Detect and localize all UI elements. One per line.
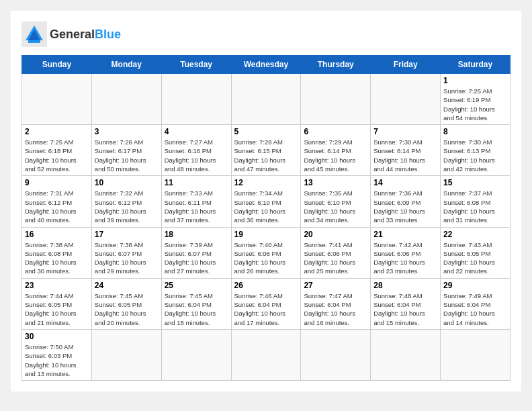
page: GeneralBlue SundayMondayTuesdayWednesday…: [11, 11, 521, 392]
day-info: Sunrise: 7:48 AMSunset: 6:04 PMDaylight:…: [373, 291, 437, 327]
day-info: Sunrise: 7:45 AMSunset: 6:04 PMDaylight:…: [165, 291, 228, 327]
day-info: Sunrise: 7:34 AMSunset: 6:10 PMDaylight:…: [234, 189, 298, 224]
calendar-cell: 17Sunrise: 7:38 AMSunset: 6:07 PMDayligh…: [91, 227, 161, 278]
day-info: Sunrise: 7:27 AMSunset: 6:16 PMDaylight:…: [165, 138, 228, 173]
calendar-cell: 29Sunrise: 7:49 AMSunset: 6:04 PMDayligh…: [441, 278, 511, 329]
day-info: Sunrise: 7:45 AMSunset: 6:05 PMDaylight:…: [95, 291, 159, 327]
week-row-5: 23Sunrise: 7:44 AMSunset: 6:05 PMDayligh…: [22, 278, 511, 329]
calendar-cell: [91, 74, 161, 125]
weekday-header-saturday: Saturday: [441, 56, 511, 74]
day-info: Sunrise: 7:37 AMSunset: 6:08 PMDaylight:…: [443, 189, 507, 224]
calendar-cell: 9Sunrise: 7:31 AMSunset: 6:12 PMDaylight…: [22, 176, 92, 227]
day-number: 8: [443, 127, 507, 136]
day-number: 10: [95, 178, 159, 187]
day-info: Sunrise: 7:32 AMSunset: 6:12 PMDaylight:…: [95, 189, 159, 224]
day-info: Sunrise: 7:29 AMSunset: 6:14 PMDaylight:…: [304, 138, 367, 173]
day-info: Sunrise: 7:35 AMSunset: 6:10 PMDaylight:…: [304, 189, 367, 224]
day-info: Sunrise: 7:38 AMSunset: 6:08 PMDaylight:…: [25, 240, 89, 276]
weekday-header-thursday: Thursday: [301, 56, 371, 74]
calendar-cell: 27Sunrise: 7:47 AMSunset: 6:04 PMDayligh…: [301, 278, 371, 329]
calendar-cell: 21Sunrise: 7:42 AMSunset: 6:06 PMDayligh…: [371, 227, 441, 278]
calendar-cell: 15Sunrise: 7:37 AMSunset: 6:08 PMDayligh…: [441, 176, 511, 227]
day-info: Sunrise: 7:39 AMSunset: 6:07 PMDaylight:…: [165, 240, 228, 276]
day-info: Sunrise: 7:25 AMSunset: 6:19 PMDaylight:…: [443, 87, 507, 122]
weekday-header-row: SundayMondayTuesdayWednesdayThursdayFrid…: [22, 56, 511, 74]
week-row-3: 9Sunrise: 7:31 AMSunset: 6:12 PMDaylight…: [22, 176, 511, 227]
day-number: 5: [234, 127, 298, 136]
day-info: Sunrise: 7:50 AMSunset: 6:03 PMDaylight:…: [25, 342, 89, 378]
calendar-cell: [441, 329, 511, 380]
day-number: 19: [234, 230, 298, 239]
day-number: 15: [443, 178, 507, 187]
calendar: SundayMondayTuesdayWednesdayThursdayFrid…: [21, 55, 511, 381]
logo-text: GeneralBlue: [50, 28, 121, 42]
calendar-cell: 1Sunrise: 7:25 AMSunset: 6:19 PMDaylight…: [441, 74, 511, 125]
calendar-cell: 20Sunrise: 7:41 AMSunset: 6:06 PMDayligh…: [301, 227, 371, 278]
calendar-cell: 23Sunrise: 7:44 AMSunset: 6:05 PMDayligh…: [22, 278, 92, 329]
calendar-cell: 16Sunrise: 7:38 AMSunset: 6:08 PMDayligh…: [22, 227, 92, 278]
calendar-cell: [301, 329, 371, 380]
day-info: Sunrise: 7:46 AMSunset: 6:04 PMDaylight:…: [234, 291, 298, 327]
weekday-header-friday: Friday: [371, 56, 441, 74]
day-number: 7: [373, 127, 437, 136]
calendar-cell: 26Sunrise: 7:46 AMSunset: 6:04 PMDayligh…: [231, 278, 301, 329]
calendar-cell: 3Sunrise: 7:26 AMSunset: 6:17 PMDaylight…: [91, 125, 161, 176]
day-info: Sunrise: 7:30 AMSunset: 6:14 PMDaylight:…: [373, 138, 437, 173]
day-number: 24: [95, 281, 159, 290]
calendar-cell: 14Sunrise: 7:36 AMSunset: 6:09 PMDayligh…: [371, 176, 441, 227]
week-row-2: 2Sunrise: 7:25 AMSunset: 6:18 PMDaylight…: [22, 125, 511, 176]
calendar-cell: [231, 74, 301, 125]
day-number: 12: [234, 178, 298, 187]
day-info: Sunrise: 7:38 AMSunset: 6:07 PMDaylight:…: [95, 240, 159, 276]
day-number: 16: [25, 230, 89, 239]
calendar-cell: 7Sunrise: 7:30 AMSunset: 6:14 PMDaylight…: [371, 125, 441, 176]
day-number: 14: [373, 178, 437, 187]
calendar-cell: [22, 74, 92, 125]
calendar-cell: [301, 74, 371, 125]
day-number: 26: [234, 281, 298, 290]
weekday-header-monday: Monday: [91, 56, 161, 74]
week-row-4: 16Sunrise: 7:38 AMSunset: 6:08 PMDayligh…: [22, 227, 511, 278]
svg-rect-3: [28, 40, 40, 43]
calendar-cell: [231, 329, 301, 380]
day-number: 25: [165, 281, 228, 290]
day-number: 29: [443, 281, 507, 290]
calendar-cell: 13Sunrise: 7:35 AMSunset: 6:10 PMDayligh…: [301, 176, 371, 227]
calendar-cell: 10Sunrise: 7:32 AMSunset: 6:12 PMDayligh…: [91, 176, 161, 227]
logo-icon: [21, 21, 47, 47]
day-info: Sunrise: 7:33 AMSunset: 6:11 PMDaylight:…: [165, 189, 228, 224]
day-info: Sunrise: 7:49 AMSunset: 6:04 PMDaylight:…: [443, 291, 507, 327]
day-number: 27: [304, 281, 367, 290]
week-row-1: 1Sunrise: 7:25 AMSunset: 6:19 PMDaylight…: [22, 74, 511, 125]
day-info: Sunrise: 7:26 AMSunset: 6:17 PMDaylight:…: [95, 138, 159, 173]
calendar-cell: 11Sunrise: 7:33 AMSunset: 6:11 PMDayligh…: [161, 176, 231, 227]
day-number: 6: [304, 127, 367, 136]
calendar-cell: 24Sunrise: 7:45 AMSunset: 6:05 PMDayligh…: [91, 278, 161, 329]
day-info: Sunrise: 7:28 AMSunset: 6:15 PMDaylight:…: [234, 138, 298, 173]
weekday-header-wednesday: Wednesday: [231, 56, 301, 74]
day-info: Sunrise: 7:44 AMSunset: 6:05 PMDaylight:…: [25, 291, 89, 327]
calendar-cell: 4Sunrise: 7:27 AMSunset: 6:16 PMDaylight…: [161, 125, 231, 176]
day-info: Sunrise: 7:41 AMSunset: 6:06 PMDaylight:…: [304, 240, 367, 276]
calendar-cell: [161, 329, 231, 380]
day-info: Sunrise: 7:30 AMSunset: 6:13 PMDaylight:…: [443, 138, 507, 173]
calendar-cell: 28Sunrise: 7:48 AMSunset: 6:04 PMDayligh…: [371, 278, 441, 329]
week-row-6: 30Sunrise: 7:50 AMSunset: 6:03 PMDayligh…: [22, 329, 511, 380]
calendar-cell: [371, 329, 441, 380]
calendar-cell: 30Sunrise: 7:50 AMSunset: 6:03 PMDayligh…: [22, 329, 92, 380]
header: GeneralBlue: [21, 21, 511, 47]
day-number: 4: [165, 127, 228, 136]
calendar-cell: [371, 74, 441, 125]
day-info: Sunrise: 7:25 AMSunset: 6:18 PMDaylight:…: [25, 138, 89, 173]
calendar-cell: 25Sunrise: 7:45 AMSunset: 6:04 PMDayligh…: [161, 278, 231, 329]
day-number: 11: [165, 178, 228, 187]
calendar-cell: 6Sunrise: 7:29 AMSunset: 6:14 PMDaylight…: [301, 125, 371, 176]
day-info: Sunrise: 7:31 AMSunset: 6:12 PMDaylight:…: [25, 189, 89, 224]
weekday-header-sunday: Sunday: [22, 56, 92, 74]
day-number: 20: [304, 230, 367, 239]
day-number: 1: [443, 76, 507, 85]
day-number: 18: [165, 230, 228, 239]
calendar-cell: [161, 74, 231, 125]
day-number: 9: [25, 178, 89, 187]
day-number: 17: [95, 230, 159, 239]
